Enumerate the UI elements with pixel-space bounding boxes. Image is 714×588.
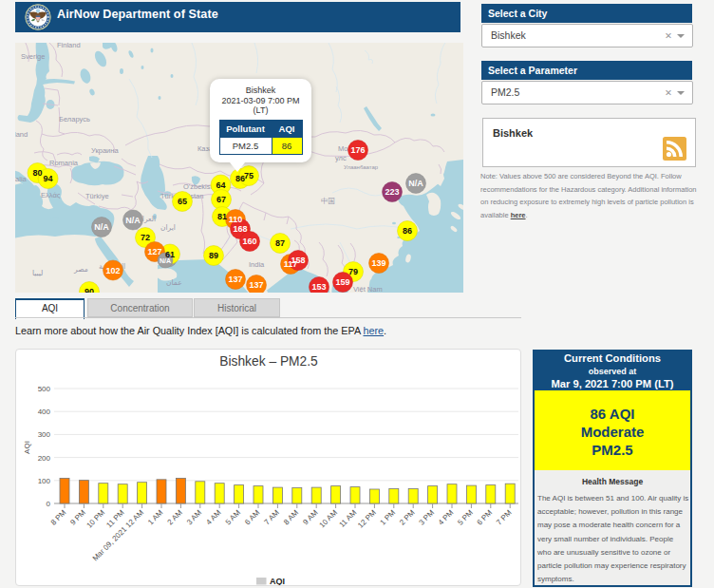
svg-text:ايران: ايران <box>160 223 176 232</box>
svg-text:8 PM: 8 PM <box>49 508 68 527</box>
svg-text:79: 79 <box>348 267 358 276</box>
svg-text:300: 300 <box>38 430 51 439</box>
svg-text:158: 158 <box>291 256 305 265</box>
svg-text:139: 139 <box>371 258 385 268</box>
svg-text:72: 72 <box>141 233 150 242</box>
svg-text:N/A: N/A <box>125 216 141 225</box>
svg-text:улс: улс <box>335 154 347 162</box>
svg-text:Улаанбаатар: Улаанбаатар <box>344 164 379 170</box>
svg-text:6 PM: 6 PM <box>476 508 495 527</box>
svg-text:61: 61 <box>165 250 175 259</box>
svg-text:80: 80 <box>32 168 42 178</box>
svg-text:N/A: N/A <box>408 179 423 188</box>
svg-text:94: 94 <box>44 174 53 183</box>
svg-text:3 AM: 3 AM <box>185 508 203 526</box>
svg-text:2 AM: 2 AM <box>166 508 184 526</box>
svg-text:102: 102 <box>105 266 120 275</box>
svg-text:200: 200 <box>38 454 51 463</box>
svg-text:110: 110 <box>229 215 243 224</box>
svg-text:talia: talia <box>15 175 28 183</box>
svg-text:137: 137 <box>249 280 263 290</box>
svg-text:land: land <box>15 130 28 139</box>
svg-text:6 AM: 6 AM <box>243 508 261 526</box>
svg-text:81: 81 <box>217 212 227 221</box>
svg-text:Беларусь: Беларусь <box>59 115 90 123</box>
svg-text:127: 127 <box>147 247 161 256</box>
svg-text:India: India <box>249 260 265 269</box>
svg-text:1 PM: 1 PM <box>379 508 398 527</box>
svg-text:Türkiye: Türkiye <box>85 192 109 200</box>
svg-text:500: 500 <box>38 385 51 393</box>
svg-text:64: 64 <box>216 180 225 190</box>
svg-text:86: 86 <box>403 226 412 236</box>
svg-text:7 PM: 7 PM <box>495 508 514 527</box>
svg-text:10 PM: 10 PM <box>85 508 106 530</box>
svg-text:400: 400 <box>38 408 51 416</box>
svg-text:159: 159 <box>335 277 349 287</box>
svg-text:AQI: AQI <box>270 577 285 585</box>
svg-text:Sverige: Sverige <box>21 52 45 61</box>
svg-text:67: 67 <box>216 195 226 204</box>
svg-text:Finland: Finland <box>57 43 81 49</box>
svg-text:160: 160 <box>242 237 256 246</box>
svg-text:4 AM: 4 AM <box>204 508 222 526</box>
svg-text:65: 65 <box>178 197 187 206</box>
svg-text:7 AM: 7 AM <box>263 508 281 526</box>
svg-text:168: 168 <box>233 224 247 234</box>
svg-text:2 PM: 2 PM <box>398 508 417 527</box>
svg-text:153: 153 <box>311 282 326 292</box>
svg-text:ليبيا: ليبيا <box>32 269 43 277</box>
svg-text:5 AM: 5 AM <box>224 508 242 526</box>
svg-text:4 PM: 4 PM <box>437 508 456 527</box>
svg-text:مصر: مصر <box>73 265 88 274</box>
svg-text:5 PM: 5 PM <box>456 508 475 527</box>
svg-text:Romania: Romania <box>49 159 79 167</box>
svg-text:12 PM: 12 PM <box>356 508 378 530</box>
svg-text:100: 100 <box>38 477 51 485</box>
svg-text:Украина: Украина <box>91 146 119 155</box>
svg-text:AQI: AQI <box>23 441 31 454</box>
svg-text:0: 0 <box>47 500 51 508</box>
svg-text:8 AM: 8 AM <box>282 508 300 526</box>
svg-text:1 AM: 1 AM <box>146 508 164 526</box>
svg-text:137: 137 <box>228 275 242 284</box>
svg-text:Việt Nam: Việt Nam <box>353 285 383 293</box>
svg-text:Bishkek – PM2.5: Bishkek – PM2.5 <box>219 354 318 369</box>
svg-text:N/A: N/A <box>94 222 109 232</box>
svg-text:176: 176 <box>350 145 365 155</box>
svg-text:75: 75 <box>244 171 254 180</box>
svg-text:223: 223 <box>385 187 399 197</box>
svg-text:中国: 中国 <box>321 197 335 205</box>
svg-text:11 AM: 11 AM <box>337 508 358 529</box>
svg-text:3 PM: 3 PM <box>417 508 436 527</box>
svg-text:89: 89 <box>209 251 218 260</box>
svg-text:90: 90 <box>85 287 94 293</box>
svg-text:87: 87 <box>275 238 285 248</box>
svg-text:10 AM: 10 AM <box>318 508 340 530</box>
svg-text:عمان: عمان <box>166 278 182 287</box>
svg-text:Ελλάς: Ελλάς <box>41 191 61 199</box>
